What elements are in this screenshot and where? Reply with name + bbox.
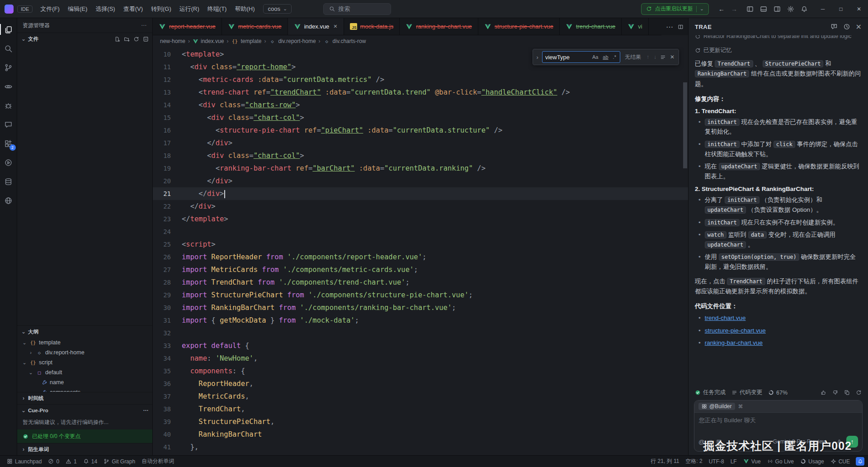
find-in-selection-icon[interactable] — [660, 54, 666, 60]
menu-item-7[interactable]: 帮助(H) — [231, 3, 259, 15]
thumbs-down-icon[interactable] — [832, 390, 838, 396]
whole-word-icon[interactable]: ab — [602, 54, 609, 60]
notifications-button[interactable] — [856, 457, 864, 466]
refresh-icon[interactable] — [133, 36, 139, 42]
tab-5[interactable]: structure-pie-chart.vue — [478, 18, 560, 35]
tab-4[interactable]: ranking-bar-chart.vue — [400, 18, 478, 35]
outline-section-header[interactable]: ⌄ 大纲 — [17, 325, 152, 338]
match-case-icon[interactable]: Aa — [591, 54, 599, 60]
file-link[interactable]: structure-pie-chart.vue — [705, 327, 766, 334]
tab-0[interactable]: report-header.vue — [153, 18, 222, 35]
previous-task-item[interactable]: Refactor RankingBarChart to separate ini… — [695, 35, 862, 41]
bell-button[interactable] — [797, 5, 811, 13]
menu-item-6[interactable]: 终端(T) — [203, 3, 231, 15]
new-chat-icon[interactable] — [830, 23, 838, 30]
minimize-button[interactable]: ─ — [814, 0, 832, 18]
status-left-0[interactable]: Launchpad — [4, 456, 45, 467]
outline-item-5[interactable]: components — [17, 387, 152, 392]
status-left-2[interactable]: 1 — [62, 456, 80, 467]
collapse-all-icon[interactable] — [143, 36, 149, 42]
status-right-4[interactable]: Vue — [740, 456, 764, 467]
status-right-7[interactable]: CUE — [827, 456, 853, 467]
copy-icon[interactable] — [844, 390, 850, 396]
global-search[interactable]: 搜索 — [323, 3, 391, 15]
workspace-switcher[interactable]: coos⌄ — [263, 4, 292, 14]
status-left-5[interactable]: 自动分析单词 — [138, 456, 177, 467]
activity-playc[interactable] — [0, 153, 17, 172]
cuepro-section-header[interactable]: ⌄ Cue-Pro ⋯ — [17, 404, 152, 416]
context-chip[interactable]: @Builder — [698, 403, 735, 410]
back-button[interactable]: ← — [715, 5, 728, 13]
menu-item-0[interactable]: 文件(F) — [36, 3, 64, 15]
status-left-4[interactable]: Git Graph — [100, 456, 138, 467]
regex-icon[interactable]: .* — [612, 54, 617, 60]
activity-bug[interactable] — [0, 96, 17, 115]
split-editor-icon[interactable] — [678, 24, 684, 30]
restart-update-button[interactable]: 点击重启以更新⌄ — [641, 3, 709, 15]
history-icon[interactable] — [843, 23, 850, 30]
timeline-section-header[interactable]: › 时间线 — [17, 392, 152, 404]
breadcrumb-item-3[interactable]: ◇div.report-home — [269, 38, 316, 44]
files-section-header[interactable]: ⌄ 文件 — [17, 33, 152, 45]
find-toggle-icon[interactable]: › — [536, 54, 539, 61]
status-left-1[interactable]: 0 — [45, 456, 62, 467]
close-panel-icon[interactable]: ✕ — [856, 23, 862, 31]
outline-item-4[interactable]: name — [17, 377, 152, 387]
code-changes-button[interactable]: 代码变更 — [731, 389, 762, 396]
tab-6[interactable]: trend-chart.vue — [560, 18, 622, 35]
more-actions-icon[interactable]: ⋯ — [141, 22, 147, 29]
find-prev-icon[interactable]: ↑ — [646, 54, 650, 60]
activity-branch[interactable] — [0, 58, 17, 77]
tab-7[interactable]: vi — [622, 18, 648, 35]
menu-item-2[interactable]: 选择(S) — [91, 3, 119, 15]
tab-1[interactable]: metric-cards.vue — [222, 18, 288, 35]
menu-item-4[interactable]: 转到(G) — [147, 3, 175, 15]
outline-item-3[interactable]: ⌄□default — [17, 367, 152, 377]
more-actions-icon[interactable]: ⋯ — [143, 407, 149, 414]
activity-files[interactable] — [0, 20, 17, 39]
menu-item-5[interactable]: 运行(R) — [175, 3, 203, 15]
activity-globe[interactable] — [0, 191, 17, 210]
code-area[interactable]: 10<template>11 <div class="report-home">… — [153, 48, 688, 453]
status-left-3[interactable]: 14 — [80, 456, 100, 467]
tab-3[interactable]: JSmock-data.js — [344, 18, 400, 35]
new-folder-icon[interactable] — [124, 36, 130, 42]
forward-button[interactable]: → — [728, 5, 741, 13]
layout-bottom-button[interactable] — [757, 5, 770, 13]
close-tab-icon[interactable]: ✕ — [333, 24, 337, 29]
outline-item-0[interactable]: ⌄{}template — [17, 338, 152, 348]
file-link[interactable]: trend-chart.vue — [705, 315, 746, 321]
activity-ext[interactable]: 2 — [0, 134, 17, 153]
breadcrumb-item-0[interactable]: new-home — [160, 38, 185, 44]
layout-right-button[interactable] — [770, 5, 784, 13]
status-right-5[interactable]: Go Live — [764, 456, 797, 467]
more-tabs-icon[interactable]: ⋯ — [666, 23, 673, 31]
status-right-1[interactable]: 空格: 2 — [682, 456, 705, 467]
chat-input[interactable] — [694, 413, 862, 434]
tab-2[interactable]: index.vue✕ — [288, 18, 344, 35]
breadcrumb-item-2[interactable]: {}template — [231, 38, 261, 44]
new-file-icon[interactable] — [114, 36, 120, 42]
breadcrumb-item-4[interactable]: ◇div.charts-row — [323, 38, 366, 44]
status-right-3[interactable]: LF — [727, 456, 740, 467]
thumbs-up-icon[interactable] — [821, 390, 826, 396]
scrollbar-thumb[interactable] — [683, 82, 687, 168]
file-link[interactable]: ranking-bar-chart.vue — [705, 339, 763, 346]
strange-words-section-header[interactable]: › 陌生单词 — [17, 443, 152, 455]
layout-left-button[interactable] — [743, 5, 757, 13]
activity-chat[interactable] — [0, 115, 17, 134]
breadcrumb-item-1[interactable]: index.vue — [193, 38, 224, 44]
outline-item-1[interactable]: ›◇div.report-home — [17, 348, 152, 357]
retry-icon[interactable] — [856, 390, 862, 396]
find-input[interactable] — [545, 54, 589, 61]
activity-db[interactable] — [0, 172, 17, 191]
activity-search[interactable] — [0, 39, 17, 58]
close-button[interactable]: ✕ — [850, 0, 868, 18]
editor-scrollbar[interactable] — [683, 47, 687, 455]
maximize-button[interactable]: □ — [832, 0, 850, 18]
activity-eye[interactable] — [0, 77, 17, 96]
menu-item-1[interactable]: 编辑(E) — [64, 3, 91, 15]
status-right-6[interactable]: Usage — [797, 456, 827, 467]
status-right-0[interactable]: 行 21, 列 11 — [647, 456, 682, 467]
outline-item-2[interactable]: ⌄{}script — [17, 357, 152, 367]
